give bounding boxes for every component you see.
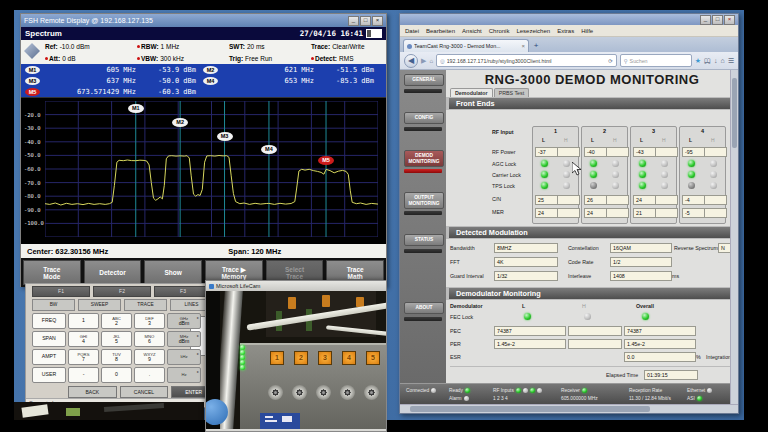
- rf-power-value[interactable]: -95: [682, 147, 705, 157]
- key-hz[interactable]: Hz▸: [167, 367, 201, 383]
- tab-demodulator[interactable]: Demodulator: [450, 88, 493, 97]
- key-9[interactable]: WXYZ9: [134, 349, 165, 365]
- key-5[interactable]: JKL5: [101, 331, 132, 347]
- menu-icon[interactable]: ☰: [728, 56, 734, 66]
- browser-tab[interactable]: TeamCast Rng-3000 - Demod Mon... ×: [403, 39, 529, 52]
- horizontal-scrollbar[interactable]: [400, 404, 738, 413]
- key--[interactable]: -: [68, 367, 99, 383]
- mer-h-value[interactable]: [606, 208, 629, 218]
- rf-power-value[interactable]: -37: [535, 147, 558, 157]
- maximize-button[interactable]: □: [360, 16, 371, 26]
- cn-h-value[interactable]: [704, 195, 727, 205]
- menu-lesezeichen[interactable]: Lesezeichen: [516, 28, 550, 34]
- vertical-scrollbar[interactable]: [730, 70, 738, 404]
- address-bar[interactable]: ◎ 192.168.127.171/ruby/styling3000Client…: [436, 54, 617, 67]
- fkey-f1[interactable]: F1: [32, 286, 90, 297]
- cn-h-value[interactable]: [655, 195, 678, 205]
- menu-hilfe[interactable]: Hilfe: [581, 28, 593, 34]
- key-7[interactable]: PQRS7: [68, 349, 99, 365]
- key-2[interactable]: ABC2: [101, 313, 132, 329]
- key-freq[interactable]: FREQ: [32, 313, 66, 329]
- key-back[interactable]: BACK: [68, 386, 117, 398]
- softkey-detector[interactable]: Detector: [84, 260, 142, 285]
- back-button[interactable]: ◀: [404, 54, 418, 68]
- esr-overall[interactable]: 0.0: [624, 352, 696, 362]
- menu-chronik[interactable]: Chronik: [489, 28, 510, 34]
- mer-value[interactable]: 21: [633, 208, 656, 218]
- pec-l[interactable]: 74387: [494, 326, 566, 336]
- sidebar-item-demod-monitoring[interactable]: DEMOD MONITORING: [404, 150, 444, 167]
- fkey-f2[interactable]: F2: [93, 286, 151, 297]
- mer-value[interactable]: -5: [682, 208, 705, 218]
- minimize-button[interactable]: _: [700, 15, 711, 25]
- close-button[interactable]: ×: [724, 15, 735, 25]
- code-rate-value[interactable]: 1/2: [610, 257, 672, 267]
- key-8[interactable]: TUV8: [101, 349, 132, 365]
- interleave-value[interactable]: 1408: [610, 271, 672, 281]
- tab-prbs-test[interactable]: PRBS Test: [494, 88, 530, 97]
- cn-h-value[interactable]: [606, 195, 629, 205]
- key-trace[interactable]: TRACE: [124, 299, 167, 311]
- fsh-titlebar[interactable]: FSH Remote Display @ 192.168.127.135 _ □…: [21, 14, 386, 27]
- mer-value[interactable]: 24: [535, 208, 558, 218]
- menu-datei[interactable]: Datei: [405, 28, 419, 34]
- key-user[interactable]: USER: [32, 367, 66, 383]
- key-ampt[interactable]: AMPT: [32, 349, 66, 365]
- home-icon[interactable]: ⌂: [429, 56, 433, 66]
- lifecam-titlebar[interactable]: Microsoft LifeCam: [206, 281, 386, 291]
- mer-value[interactable]: 24: [584, 208, 607, 218]
- sidebar-item-output-monitoring[interactable]: OUTPUT MONITORING: [404, 192, 444, 209]
- per-overall[interactable]: 1.45e-2: [624, 339, 696, 349]
- bandwidth-value[interactable]: 8MHZ: [494, 243, 558, 253]
- fft-value[interactable]: 4K: [494, 257, 558, 267]
- per-h[interactable]: [568, 339, 622, 349]
- mer-h-value[interactable]: [655, 208, 678, 218]
- cn-h-value[interactable]: [557, 195, 580, 205]
- menu-extras[interactable]: Extras: [557, 28, 574, 34]
- scrollbar-thumb[interactable]: [732, 78, 737, 148]
- rf-power-h-value[interactable]: [704, 147, 727, 157]
- key-3[interactable]: DEF3: [134, 313, 165, 329]
- rf-power-h-value[interactable]: [557, 147, 580, 157]
- fkey-f3[interactable]: F3: [154, 286, 212, 297]
- menu-ansicht[interactable]: Ansicht: [462, 28, 482, 34]
- key-dbm[interactable]: MHzdBm▸: [167, 331, 201, 347]
- rf-power-value[interactable]: -40: [584, 147, 607, 157]
- cn-value[interactable]: -4: [682, 195, 705, 205]
- scrollbar-thumb[interactable]: [410, 406, 650, 412]
- rf-power-value[interactable]: -43: [633, 147, 656, 157]
- key-4[interactable]: GHI4: [68, 331, 99, 347]
- rf-power-h-value[interactable]: [606, 147, 629, 157]
- key-1[interactable]: 1: [68, 313, 99, 329]
- key-dbm[interactable]: GHzdBm▸: [167, 313, 201, 329]
- new-tab-button[interactable]: +: [529, 41, 543, 52]
- sidebar-item-general[interactable]: GENERAL: [404, 74, 444, 86]
- sidebar-item-status[interactable]: STATUS: [404, 234, 444, 246]
- download-icon[interactable]: ↓: [714, 56, 718, 66]
- rf-power-h-value[interactable]: [655, 147, 678, 157]
- key-sweep[interactable]: SWEEP: [78, 299, 121, 311]
- bookmarks-icon[interactable]: 🕮: [704, 56, 711, 66]
- key-cancel[interactable]: CANCEL: [120, 386, 169, 398]
- cn-value[interactable]: 25: [535, 195, 558, 205]
- spectrum-plot[interactable]: -20.0-30.0-40.0-50.0-60.0-70.0-80.0-90.0…: [21, 97, 386, 244]
- sidebar-item-about[interactable]: ABOUT: [404, 302, 444, 314]
- search-input[interactable]: ⚲ Suchen: [620, 54, 692, 67]
- per-l[interactable]: 1.45e-2: [494, 339, 566, 349]
- close-button[interactable]: ×: [372, 16, 383, 26]
- mer-h-value[interactable]: [704, 208, 727, 218]
- softkey-trace-mode[interactable]: TraceMode: [23, 260, 81, 285]
- mer-h-value[interactable]: [557, 208, 580, 218]
- forward-button[interactable]: ▶: [421, 56, 426, 66]
- softkey-show[interactable]: Show: [144, 260, 202, 285]
- key-.[interactable]: .: [134, 367, 165, 383]
- key-0[interactable]: 0: [101, 367, 132, 383]
- constellation-value[interactable]: 16QAM: [610, 243, 672, 253]
- pec-h[interactable]: [568, 326, 622, 336]
- menu-bearbeiten[interactable]: Bearbeiten: [426, 28, 455, 34]
- sidebar-item-config[interactable]: CONFIG: [404, 112, 444, 124]
- cn-value[interactable]: 26: [584, 195, 607, 205]
- reload-icon[interactable]: ⟳: [608, 58, 612, 64]
- home-button-icon[interactable]: ⌂: [720, 56, 724, 66]
- key-khz[interactable]: kHz▸: [167, 349, 201, 365]
